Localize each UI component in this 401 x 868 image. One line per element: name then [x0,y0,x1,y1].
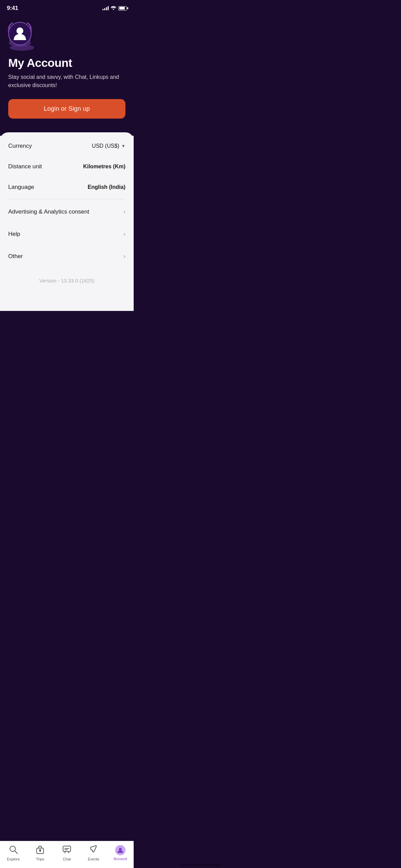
settings-section: Currency USD (US$) ▼ Distance unit Kilom… [0,132,134,311]
status-icons [102,5,127,11]
help-label: Help [8,231,20,238]
version-text: Version - 13.33.0 (1825) [0,271,134,290]
wifi-icon [111,5,116,11]
page-subtitle: Stay social and savvy, with Chat, Linkup… [8,73,125,89]
page-title: My Account [8,56,125,70]
language-row[interactable]: Language English (India) [0,177,134,197]
advertising-chevron-icon: › [123,208,125,215]
divider [8,199,125,199]
currency-value[interactable]: USD (US$) ▼ [92,143,125,149]
distance-unit-label: Distance unit [8,163,42,170]
other-chevron-icon: › [123,253,125,260]
distance-unit-row[interactable]: Distance unit Kilometres (Km) [0,156,134,177]
currency-row[interactable]: Currency USD (US$) ▼ [0,136,134,156]
svg-point-1 [16,27,23,34]
login-signup-button[interactable]: Login or Sign up [8,99,125,119]
status-bar: 9:41 [0,0,134,15]
help-chevron-icon: › [123,230,125,238]
status-time: 9:41 [7,5,18,12]
language-value: English (India) [88,184,125,190]
currency-dropdown-icon: ▼ [121,144,125,148]
avatar-circle [8,22,32,45]
advertising-label: Advertising & Analytics consent [8,208,89,215]
signal-icon [102,6,109,10]
other-label: Other [8,253,23,260]
advertising-row[interactable]: Advertising & Analytics consent › [0,201,134,223]
person-silhouette [14,26,26,41]
help-row[interactable]: Help › [0,223,134,245]
battery-icon [118,6,127,11]
header-section: My Account Stay social and savvy, with C… [0,15,134,132]
distance-unit-value: Kilometres (Km) [83,164,125,170]
language-label: Language [8,184,34,191]
language-value-text: English (India) [88,184,125,190]
distance-unit-value-text: Kilometres (Km) [83,164,125,170]
currency-value-text: USD (US$) [92,143,119,149]
other-row[interactable]: Other › [0,245,134,267]
currency-label: Currency [8,143,32,149]
avatar [8,22,36,49]
